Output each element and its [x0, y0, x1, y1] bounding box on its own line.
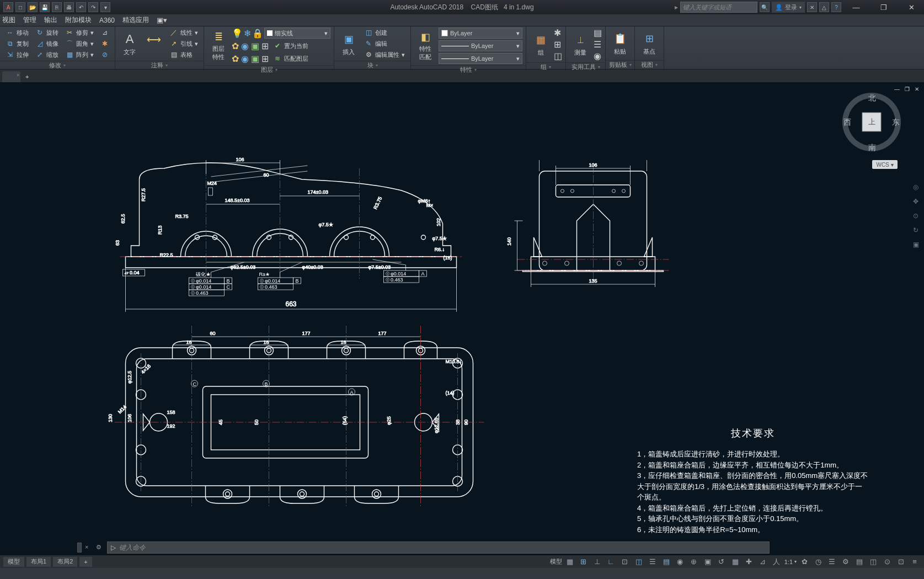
erase-icon[interactable]: ⊘	[98, 50, 111, 60]
linetype-dropdown[interactable]: ByLayer▾	[439, 53, 522, 64]
infocenter-search[interactable]: 键入关键字或短语	[680, 2, 757, 13]
ortho-toggle-icon[interactable]: ⊥	[591, 556, 603, 567]
util-icon[interactable]: ▤	[594, 28, 602, 38]
create-block-button[interactable]: ◫创建	[362, 28, 407, 38]
lwt-toggle-icon[interactable]: ▤	[660, 556, 672, 567]
group-tool-icon-3[interactable]: ◫	[554, 51, 562, 61]
modelspace-indicator[interactable]: 模型	[550, 557, 562, 566]
group-tool-icon[interactable]: ✱	[554, 28, 562, 38]
tab-output[interactable]: 输出	[44, 15, 57, 25]
iso-toggle-icon[interactable]: ⊡	[619, 556, 631, 567]
tab-more-icon[interactable]: ▣▾	[157, 16, 167, 24]
copy-button[interactable]: ⧉复制	[3, 39, 31, 49]
make-current-button[interactable]: ✔置为当前	[271, 41, 311, 51]
tab-featured[interactable]: 精选应用	[122, 15, 149, 25]
edit-block-button[interactable]: ✎编辑	[362, 39, 407, 49]
orbit-icon[interactable]: ↻	[911, 225, 921, 235]
layer-tool-icon-8[interactable]: ⊞	[261, 54, 269, 64]
selection-filter-icon[interactable]: ▦	[729, 556, 741, 567]
text-button[interactable]: A文字	[119, 28, 141, 59]
trim-button[interactable]: ✂修剪▾	[63, 28, 96, 38]
table-button[interactable]: ▤表格	[167, 50, 200, 60]
tab-a360[interactable]: A360	[99, 17, 115, 24]
cmdline-close-icon[interactable]: ×	[85, 544, 93, 551]
window-minimize-button[interactable]: —	[843, 0, 869, 14]
edit-attr-button[interactable]: ⚙编辑属性▾	[362, 50, 407, 60]
qat-save-icon[interactable]: 💾	[40, 2, 50, 12]
osnap-toggle-icon[interactable]: ◫	[633, 556, 645, 567]
isolate-icon[interactable]: ◫	[867, 556, 879, 567]
panel-label-group[interactable]: 组	[526, 62, 565, 71]
qat-redo-icon[interactable]: ↷	[88, 2, 98, 12]
layer-tool-icon-4[interactable]: ⊞	[261, 41, 269, 51]
viewcube[interactable]: 上 北 南 西 东	[841, 92, 902, 152]
panel-label-clipboard[interactable]: 剪贴板	[606, 60, 634, 69]
polar-toggle-icon[interactable]: ∟	[605, 556, 617, 567]
measure-button[interactable]: ⟂测量	[569, 29, 591, 60]
app-menu-button[interactable]: A	[3, 2, 13, 12]
group-tool-icon-2[interactable]: ⊞	[554, 39, 562, 50]
qat-undo-icon[interactable]: ↶	[76, 2, 86, 12]
close-icon[interactable]: ×	[17, 72, 19, 78]
qat-plot-icon[interactable]: 🖶	[64, 2, 74, 12]
login-button[interactable]: 👤 登录 ▾	[772, 2, 805, 13]
anno-visibility-icon[interactable]: ⊿	[757, 556, 769, 567]
help-icon[interactable]: ?	[831, 2, 841, 12]
panel-label-layers[interactable]: 图层	[204, 65, 334, 74]
lock-ui-icon[interactable]: ▤	[853, 556, 866, 567]
cmdline-config-icon[interactable]: ⚙	[96, 544, 104, 551]
3dosnap-icon[interactable]: ▣	[702, 556, 714, 567]
layer-tool-icon[interactable]: ✿	[232, 41, 239, 51]
util-icon-3[interactable]: ◉	[594, 51, 602, 61]
color-dropdown[interactable]: ByLayer▾	[439, 28, 522, 39]
tab-manage[interactable]: 管理	[23, 15, 36, 25]
zoom-extents-icon[interactable]: ⊙	[911, 211, 921, 221]
explode-icon[interactable]: ✱	[98, 39, 111, 49]
window-close-button[interactable]: ✕	[899, 0, 924, 14]
layer-tool-icon-5[interactable]: ✿	[232, 54, 239, 64]
cmdline-grip[interactable]	[77, 543, 82, 553]
a360-icon[interactable]: △	[819, 2, 829, 12]
quick-properties-icon[interactable]: ⚙	[840, 556, 852, 567]
panel-label-block[interactable]: 块	[334, 61, 410, 70]
anno-monitor-icon[interactable]: ◷	[812, 556, 824, 567]
wcs-badge[interactable]: WCS ▾	[872, 160, 898, 169]
offset-icon[interactable]: ⊿	[98, 28, 111, 38]
panel-label-modify[interactable]: 修改	[0, 61, 115, 70]
file-tab-active[interactable]: ×	[2, 71, 20, 82]
layer-tool-icon-3[interactable]: ▣	[251, 41, 259, 51]
array-button[interactable]: ▦阵列▾	[63, 50, 96, 60]
mirror-button[interactable]: ◿镜像	[33, 39, 61, 49]
panel-label-properties[interactable]: 特性	[411, 65, 526, 74]
tab-view[interactable]: 视图	[2, 15, 15, 25]
window-maximize-button[interactable]: ❐	[871, 0, 896, 14]
pan-icon[interactable]: ✥	[911, 196, 921, 206]
layer-properties-button[interactable]: ≣图层 特性	[207, 30, 229, 61]
grid-toggle-icon[interactable]: ▦	[564, 556, 576, 567]
cycling-icon[interactable]: ⊕	[688, 556, 700, 567]
snap-toggle-icon[interactable]: ⊞	[578, 556, 590, 567]
hardware-accel-icon[interactable]: ⊙	[881, 556, 893, 567]
units-icon[interactable]: ☰	[826, 556, 838, 567]
steering-wheel-icon[interactable]: ◎	[911, 182, 921, 192]
clean-screen-icon[interactable]: ⊡	[895, 556, 907, 567]
linear-dim-button[interactable]: ／线性▾	[167, 28, 200, 38]
tab-layout2[interactable]: 布局2	[53, 557, 77, 567]
base-view-button[interactable]: ⊞基点	[638, 28, 660, 59]
fillet-button[interactable]: ⌒圆角▾	[63, 39, 96, 49]
workspace-icon[interactable]: ✿	[798, 556, 810, 567]
tab-layout1[interactable]: 布局1	[26, 557, 51, 567]
panel-label-utilities[interactable]: 实用工具	[566, 62, 605, 71]
lineweight-dropdown[interactable]: ByLayer▾	[439, 40, 522, 51]
group-button[interactable]: ▦组	[530, 29, 552, 60]
rotate-button[interactable]: ↻旋转	[33, 28, 61, 38]
layer-dropdown[interactable]: 细实线▾	[264, 28, 330, 39]
otrack-toggle-icon[interactable]: ☰	[647, 556, 659, 567]
match-layer-button[interactable]: ≋匹配图层	[271, 54, 311, 63]
insert-block-button[interactable]: ▣插入	[338, 28, 360, 59]
scale-button[interactable]: ⤢缩放	[33, 50, 61, 60]
command-line-input[interactable]: ▷ 键入命令	[107, 541, 770, 554]
customize-icon[interactable]: ≡	[909, 556, 921, 567]
layer-tool-icon-7[interactable]: ▣	[251, 54, 259, 64]
new-tab-button[interactable]: +	[22, 71, 33, 82]
